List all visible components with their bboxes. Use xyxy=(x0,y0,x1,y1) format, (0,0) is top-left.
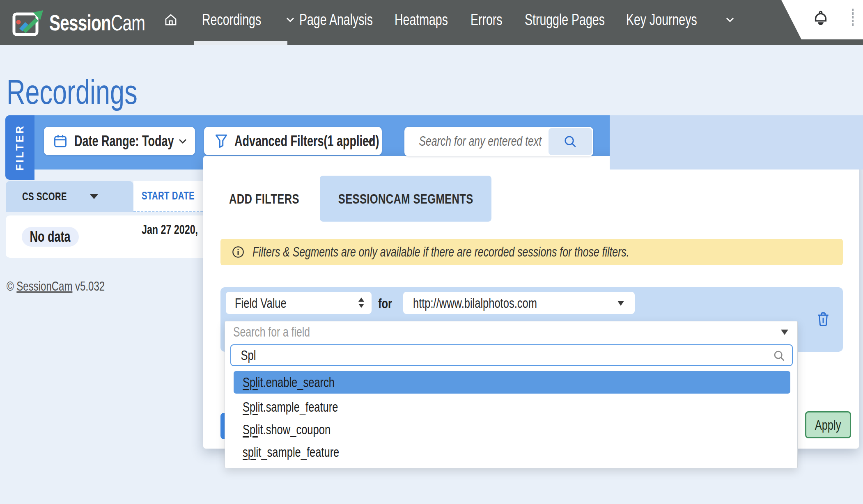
sessioncam-logo-icon xyxy=(11,7,46,38)
nav-page-analysis[interactable]: Page Analysis xyxy=(299,0,397,39)
apply-button[interactable]: Apply xyxy=(805,411,851,438)
tab-sessioncam-segments[interactable]: SESSIONCAM SEGMENTS xyxy=(320,176,491,222)
active-tab-indicator xyxy=(194,41,287,45)
advanced-filters-label: Advanced Filters(1 applied) xyxy=(234,133,379,150)
search-icon xyxy=(773,350,785,362)
text-search-input[interactable] xyxy=(418,129,548,153)
nav-heatmaps[interactable]: Heatmaps xyxy=(395,0,466,39)
filter-side-tab-label: FILTER xyxy=(14,124,26,171)
site-select[interactable]: http://www.bilalphotos.com xyxy=(403,292,635,314)
for-label: for xyxy=(378,296,397,312)
info-banner-text: Filters & Segments are only available if… xyxy=(252,244,629,260)
nav-key-journeys-label: Key Journeys xyxy=(626,11,697,29)
home-icon xyxy=(164,13,178,27)
search-button[interactable] xyxy=(549,128,592,155)
option-split-sample-feature[interactable]: Split.sample_feature xyxy=(234,396,790,418)
advanced-filters-panel: ADD FILTERS SESSIONCAM SEGMENTS Filters … xyxy=(203,156,859,449)
bell-icon xyxy=(813,10,829,27)
cs-score-badge: No data xyxy=(22,227,79,247)
option-split-show-coupon[interactable]: Split.show_coupon xyxy=(234,418,790,441)
search-icon xyxy=(563,135,577,149)
nav-home[interactable] xyxy=(164,0,178,39)
text-search-box xyxy=(404,127,593,156)
sessioncam-logo-text: SessionCam xyxy=(49,10,145,35)
funnel-icon xyxy=(215,134,228,149)
field-search-input[interactable] xyxy=(240,347,610,364)
notifications-button[interactable] xyxy=(810,9,831,28)
footer-copyright: © SessionCam v5.032 xyxy=(7,279,138,294)
sort-descending-icon xyxy=(90,194,98,199)
chevron-down-icon xyxy=(725,17,734,23)
field-type-select[interactable]: Field Value xyxy=(226,292,372,314)
option-split-sample-feature-underscore[interactable]: split_sample_feature xyxy=(234,441,790,463)
top-navbar: SessionCam Recordings Page Analysis Heat… xyxy=(0,0,863,45)
sessioncam-app: SessionCam Recordings Page Analysis Heat… xyxy=(0,0,863,504)
sessioncam-logo[interactable]: SessionCam xyxy=(11,7,177,39)
start-date-header-label: START DATE xyxy=(142,190,195,202)
more-options-handle[interactable] xyxy=(852,9,854,26)
nav-key-journeys[interactable]: Key Journeys xyxy=(626,0,734,39)
field-type-value: Field Value xyxy=(235,295,287,311)
nav-recordings-label: Recordings xyxy=(202,11,261,29)
info-icon xyxy=(232,246,244,258)
field-search-dropdown: Search for a field Split.enable_search S… xyxy=(225,321,798,468)
filter-bar-extension xyxy=(610,115,863,170)
chevron-down-icon xyxy=(365,139,374,144)
nav-recordings[interactable]: Recordings xyxy=(202,0,295,39)
trash-icon xyxy=(817,312,830,327)
calendar-icon xyxy=(53,134,68,149)
nav-errors-label: Errors xyxy=(471,11,503,29)
info-banner: Filters & Segments are only available if… xyxy=(220,239,843,265)
nav-struggle-pages-label: Struggle Pages xyxy=(525,11,605,29)
field-combobox-placeholder: Search for a field xyxy=(233,324,310,340)
chevron-down-icon xyxy=(286,17,295,23)
filter-side-tab[interactable]: FILTER xyxy=(5,115,34,180)
chevron-down-icon xyxy=(179,139,187,144)
dropdown-caret-icon xyxy=(617,301,624,306)
sessioncam-footer-link[interactable]: SessionCam xyxy=(16,279,72,293)
option-split-enable-search[interactable]: Split.enable_search xyxy=(234,371,790,394)
cs-score-header-label: CS SCORE xyxy=(22,190,67,203)
advanced-filters-button[interactable]: Advanced Filters(1 applied) xyxy=(204,127,382,155)
nav-errors[interactable]: Errors xyxy=(471,0,513,39)
dropdown-caret-icon xyxy=(781,330,788,335)
field-combobox[interactable]: Search for a field xyxy=(225,321,797,343)
tab-add-filters[interactable]: ADD FILTERS xyxy=(229,186,323,211)
site-select-value: http://www.bilalphotos.com xyxy=(413,295,537,311)
page-title: Recordings xyxy=(7,72,181,112)
nav-heatmaps-label: Heatmaps xyxy=(395,11,448,29)
nav-struggle-pages[interactable]: Struggle Pages xyxy=(525,0,631,39)
date-range-label: Date Range: Today xyxy=(74,133,174,150)
select-spinner-icon xyxy=(358,298,364,308)
column-header-cs-score[interactable]: CS SCORE xyxy=(6,181,133,212)
date-range-button[interactable]: Date Range: Today xyxy=(44,127,195,155)
nav-page-analysis-label: Page Analysis xyxy=(299,11,373,29)
delete-filter-button[interactable] xyxy=(815,310,831,328)
field-search-box xyxy=(230,344,793,366)
